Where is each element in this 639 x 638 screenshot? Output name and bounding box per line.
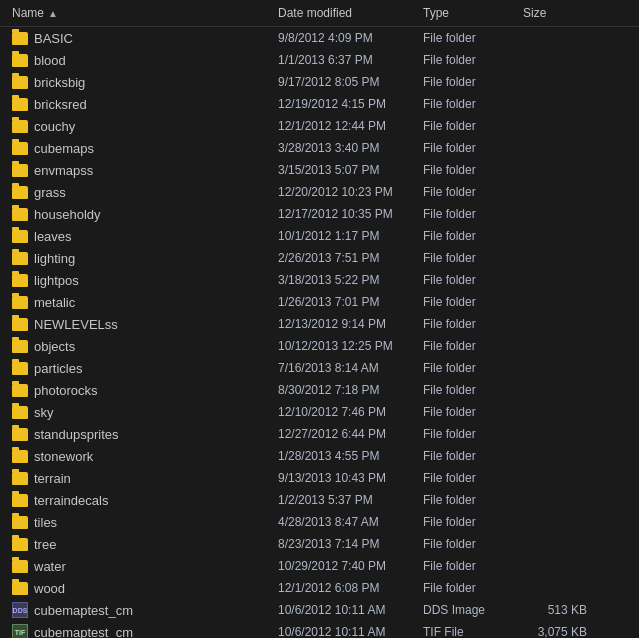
table-row[interactable]: lighting 2/26/2013 7:51 PM File folder <box>0 247 639 269</box>
table-row[interactable]: sky 12/10/2012 7:46 PM File folder <box>0 401 639 423</box>
file-name: NEWLEVELss <box>34 317 118 332</box>
file-type: File folder <box>415 360 515 376</box>
file-name-cell: stonework <box>0 447 270 465</box>
file-type: File folder <box>415 448 515 464</box>
file-date: 9/8/2012 4:09 PM <box>270 30 415 46</box>
file-name-cell: couchy <box>0 117 270 135</box>
table-row[interactable]: standupsprites 12/27/2012 6:44 PM File f… <box>0 423 639 445</box>
file-name: grass <box>34 185 66 200</box>
file-list[interactable]: BASIC 9/8/2012 4:09 PM File folder blood… <box>0 27 639 638</box>
file-icon <box>12 272 28 288</box>
table-row[interactable]: householdy 12/17/2012 10:35 PM File fold… <box>0 203 639 225</box>
file-type: File folder <box>415 96 515 112</box>
file-icon <box>12 558 28 574</box>
file-date: 3/28/2013 3:40 PM <box>270 140 415 156</box>
file-type: File folder <box>415 470 515 486</box>
table-row[interactable]: tree 8/23/2013 7:14 PM File folder <box>0 533 639 555</box>
file-date: 12/19/2012 4:15 PM <box>270 96 415 112</box>
file-date: 10/6/2012 10:11 AM <box>270 602 415 618</box>
file-type: File folder <box>415 228 515 244</box>
file-size <box>515 125 595 127</box>
file-name: bricksbig <box>34 75 85 90</box>
date-header[interactable]: Date modified <box>270 3 415 23</box>
file-type: File folder <box>415 250 515 266</box>
table-row[interactable]: stonework 1/28/2013 4:55 PM File folder <box>0 445 639 467</box>
file-date: 10/12/2013 12:25 PM <box>270 338 415 354</box>
file-name: water <box>34 559 66 574</box>
file-name-cell: DDS cubemaptest_cm <box>0 601 270 619</box>
table-row[interactable]: TIF cubemaptest_cm 10/6/2012 10:11 AM TI… <box>0 621 639 638</box>
folder-icon <box>12 98 28 111</box>
file-date: 1/2/2013 5:37 PM <box>270 492 415 508</box>
table-row[interactable]: NEWLEVELss 12/13/2012 9:14 PM File folde… <box>0 313 639 335</box>
table-row[interactable]: DDS cubemaptest_cm 10/6/2012 10:11 AM DD… <box>0 599 639 621</box>
file-type: TIF File <box>415 624 515 638</box>
file-date: 4/28/2013 8:47 AM <box>270 514 415 530</box>
folder-icon <box>12 186 28 199</box>
file-size <box>515 147 595 149</box>
type-header[interactable]: Type <box>415 3 515 23</box>
file-type: File folder <box>415 316 515 332</box>
file-name-cell: NEWLEVELss <box>0 315 270 333</box>
file-date: 7/16/2013 8:14 AM <box>270 360 415 376</box>
table-row[interactable]: terrain 9/13/2013 10:43 PM File folder <box>0 467 639 489</box>
folder-icon <box>12 494 28 507</box>
file-type: File folder <box>415 580 515 596</box>
file-type: File folder <box>415 184 515 200</box>
table-row[interactable]: cubemaps 3/28/2013 3:40 PM File folder <box>0 137 639 159</box>
file-explorer: Name ▲ Date modified Type Size BASIC 9/8… <box>0 0 639 638</box>
file-name: metalic <box>34 295 75 310</box>
folder-icon <box>12 384 28 397</box>
name-header[interactable]: Name ▲ <box>0 3 270 23</box>
file-icon <box>12 492 28 508</box>
file-name: householdy <box>34 207 101 222</box>
table-row[interactable]: wood 12/1/2012 6:08 PM File folder <box>0 577 639 599</box>
file-name-cell: bricksbig <box>0 73 270 91</box>
file-icon <box>12 426 28 442</box>
file-size <box>515 455 595 457</box>
table-row[interactable]: terraindecals 1/2/2013 5:37 PM File fold… <box>0 489 639 511</box>
file-size <box>515 499 595 501</box>
size-header[interactable]: Size <box>515 3 595 23</box>
file-name: tiles <box>34 515 57 530</box>
file-name-cell: terrain <box>0 469 270 487</box>
folder-icon <box>12 54 28 67</box>
table-row[interactable]: BASIC 9/8/2012 4:09 PM File folder <box>0 27 639 49</box>
file-name-cell: BASIC <box>0 29 270 47</box>
file-name: leaves <box>34 229 72 244</box>
table-row[interactable]: bricksbig 9/17/2012 8:05 PM File folder <box>0 71 639 93</box>
table-row[interactable]: blood 1/1/2013 6:37 PM File folder <box>0 49 639 71</box>
file-date: 10/1/2012 1:17 PM <box>270 228 415 244</box>
file-date: 12/1/2012 12:44 PM <box>270 118 415 134</box>
table-row[interactable]: photorocks 8/30/2012 7:18 PM File folder <box>0 379 639 401</box>
file-name-cell: grass <box>0 183 270 201</box>
file-size <box>515 543 595 545</box>
file-name: particles <box>34 361 82 376</box>
file-size <box>515 521 595 523</box>
table-row[interactable]: particles 7/16/2013 8:14 AM File folder <box>0 357 639 379</box>
table-row[interactable]: couchy 12/1/2012 12:44 PM File folder <box>0 115 639 137</box>
file-type: File folder <box>415 294 515 310</box>
table-row[interactable]: metalic 1/26/2013 7:01 PM File folder <box>0 291 639 313</box>
file-name: photorocks <box>34 383 98 398</box>
file-name-cell: particles <box>0 359 270 377</box>
table-row[interactable]: tiles 4/28/2013 8:47 AM File folder <box>0 511 639 533</box>
table-row[interactable]: water 10/29/2012 7:40 PM File folder <box>0 555 639 577</box>
file-icon <box>12 96 28 112</box>
table-row[interactable]: objects 10/12/2013 12:25 PM File folder <box>0 335 639 357</box>
table-row[interactable]: leaves 10/1/2012 1:17 PM File folder <box>0 225 639 247</box>
folder-icon <box>12 120 28 133</box>
table-row[interactable]: grass 12/20/2012 10:23 PM File folder <box>0 181 639 203</box>
file-type: File folder <box>415 272 515 288</box>
file-size <box>515 411 595 413</box>
file-type: File folder <box>415 382 515 398</box>
file-size <box>515 587 595 589</box>
table-row[interactable]: lightpos 3/18/2013 5:22 PM File folder <box>0 269 639 291</box>
file-size <box>515 37 595 39</box>
table-row[interactable]: bricksred 12/19/2012 4:15 PM File folder <box>0 93 639 115</box>
file-name: BASIC <box>34 31 73 46</box>
file-icon <box>12 360 28 376</box>
file-name: envmapss <box>34 163 93 178</box>
table-row[interactable]: envmapss 3/15/2013 5:07 PM File folder <box>0 159 639 181</box>
file-type: File folder <box>415 514 515 530</box>
